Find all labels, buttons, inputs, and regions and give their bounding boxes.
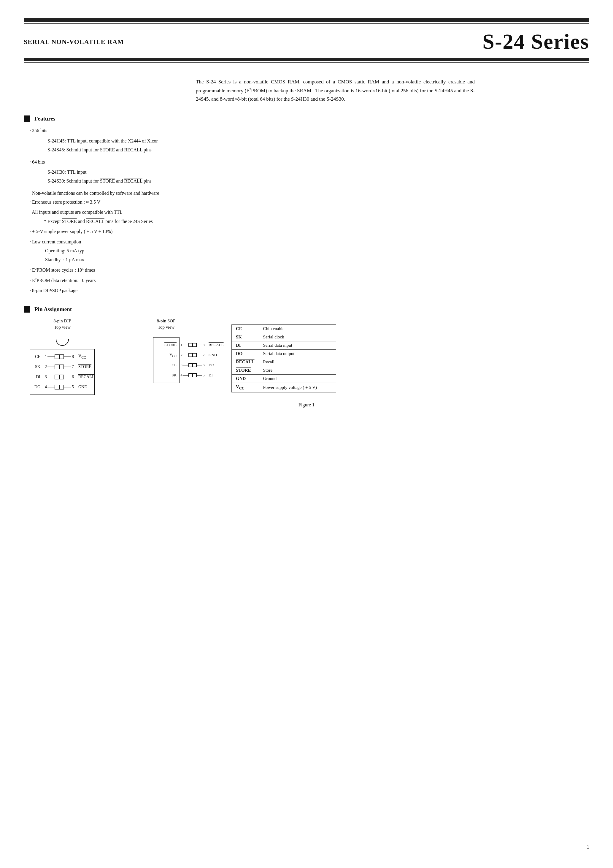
sop-title-2: Top view bbox=[158, 325, 175, 330]
table-row: VCC Power supply voltage ( + 5 V) bbox=[232, 383, 336, 392]
pin-icon bbox=[24, 306, 30, 313]
header: SERIAL NON-VOLATILE RAM S-24 Series bbox=[24, 24, 589, 58]
dip-pin-store-label: STORE bbox=[78, 364, 99, 369]
pin-do: DO bbox=[232, 349, 259, 358]
sop-sk-label: SK bbox=[153, 373, 176, 378]
pin-sk: SK bbox=[232, 333, 259, 341]
dip-pin-di-label: DI bbox=[30, 375, 40, 380]
pin-gnd: GND bbox=[232, 374, 259, 383]
table-row: DI Serial data input bbox=[232, 341, 336, 349]
header-bar-thick bbox=[24, 58, 589, 61]
desc-gnd: Ground bbox=[259, 374, 336, 383]
header-left-label: SERIAL NON-VOLATILE RAM bbox=[24, 38, 124, 46]
sop-vcc-label: VCC bbox=[153, 352, 176, 358]
sop-gnd-label: GND bbox=[209, 353, 232, 357]
table-row: CE Chip enable bbox=[232, 324, 336, 333]
sop-recall-label: RECALL bbox=[209, 343, 232, 347]
dip-title-2: Top view bbox=[54, 325, 71, 330]
dip-pin-sk-label: SK bbox=[30, 364, 40, 369]
dip-pin-gnd-label: GND bbox=[78, 385, 99, 389]
desc-ce: Chip enable bbox=[259, 324, 336, 333]
desc-recall: Recall bbox=[259, 358, 336, 366]
sop-do-label: DO bbox=[209, 363, 232, 367]
pin-table: CE Chip enable SK Serial clock DI Serial… bbox=[231, 324, 336, 392]
pin-recall: RECALL bbox=[232, 358, 259, 366]
feature-erroneous: · Erroneous store protection : ≈ 3.5 V bbox=[30, 198, 589, 207]
header-right-label: S-24 Series bbox=[483, 29, 589, 54]
sop-diagram: 8-pin SOP Top view STORE 1 8 RECA bbox=[119, 319, 214, 383]
dip-pin-recall-label: RECALL bbox=[78, 375, 99, 380]
table-row: STORE Store bbox=[232, 366, 336, 374]
features-icon bbox=[24, 115, 30, 122]
dip-pin-vcc-label: VCC bbox=[78, 354, 99, 360]
feature-256bits: · 256 bits bbox=[30, 126, 589, 135]
page-number: 1 bbox=[587, 844, 589, 850]
description: The S-24 Series is a non-volatile CMOS R… bbox=[196, 78, 475, 104]
feature-standby: Standby : 1 μA max. bbox=[42, 255, 589, 264]
feature-e2prom-cycles: · E2PROM store cycles : 105 times bbox=[30, 266, 589, 275]
pin-store: STORE bbox=[232, 366, 259, 374]
dip-row-3: DI 3 6 RECALL bbox=[30, 372, 94, 382]
sop-row-3: CE 3 6 DO bbox=[153, 360, 179, 370]
dip-row-1: CE 1 8 VCC bbox=[30, 352, 94, 362]
feature-ttl: · All inputs and outputs are compatible … bbox=[30, 208, 589, 217]
pin-assignment-heading: Pin Assignment bbox=[24, 306, 589, 313]
feature-s24h30: S-24H30: TTL input bbox=[48, 168, 589, 177]
desc-di: Serial data input bbox=[259, 341, 336, 349]
top-bar-thick bbox=[24, 18, 589, 22]
feature-s24s30: S-24S30: Schmitt input for STORE and REC… bbox=[48, 177, 589, 186]
desc-store: Store bbox=[259, 366, 336, 374]
feature-e2prom-retention: · E2PROM data retention: 10 years bbox=[30, 276, 589, 285]
figure-caption: Figure 1 bbox=[24, 402, 589, 408]
pin-vcc: VCC bbox=[232, 383, 259, 392]
pin-ce: CE bbox=[232, 324, 259, 333]
features-list: · 256 bits S-24H45: TTL input, compatibl… bbox=[30, 126, 589, 295]
table-row: GND Ground bbox=[232, 374, 336, 383]
sop-row-2: VCC 2 7 GND bbox=[153, 350, 179, 360]
header-bar-thin bbox=[24, 62, 589, 63]
feature-operating: Operating: 5 mA typ. bbox=[42, 246, 589, 255]
dip-pin-ce-label: CE bbox=[30, 355, 40, 359]
sop-title-1: 8-pin SOP bbox=[157, 319, 176, 324]
pin-assignment-content: 8-pin DIP Top view CE 1 8 bbox=[24, 319, 589, 395]
pin-table-container: CE Chip enable SK Serial clock DI Serial… bbox=[231, 321, 336, 392]
dip-pin-do-label: DO bbox=[30, 385, 40, 389]
sop-row-1: STORE 1 8 RECALL bbox=[153, 340, 179, 350]
sop-store-label: STORE bbox=[153, 343, 176, 347]
sop-row-4: SK 4 5 DI bbox=[153, 370, 179, 380]
table-row: RECALL Recall bbox=[232, 358, 336, 366]
feature-s24h45: S-24H45: TTL input, compatible with the … bbox=[48, 136, 589, 146]
feature-s24s45: S-24S45: Schmitt input for STORE and REC… bbox=[48, 146, 589, 154]
pin-di: DI bbox=[232, 341, 259, 349]
sop-di-label: DI bbox=[209, 373, 232, 378]
desc-vcc: Power supply voltage ( + 5 V) bbox=[259, 383, 336, 392]
desc-do: Serial data output bbox=[259, 349, 336, 358]
feature-nonvolatile: · Non-volatile functions can be controll… bbox=[30, 189, 589, 198]
dip-title-1: 8-pin DIP bbox=[53, 319, 71, 324]
feature-except: * Except STORE and RECALL pins for the S… bbox=[42, 217, 589, 226]
desc-sk: Serial clock bbox=[259, 333, 336, 341]
feature-lowcurrent: · Low current consumption bbox=[30, 237, 589, 246]
dip-row-2: SK 2 7 STORE bbox=[30, 362, 94, 372]
feature-power: · + 5-V single power supply ( + 5 V ± 10… bbox=[30, 227, 589, 236]
dip-box: CE 1 8 VCC SK 2 bbox=[30, 349, 95, 395]
table-row: SK Serial clock bbox=[232, 333, 336, 341]
sop-box: STORE 1 8 RECALL VCC bbox=[153, 337, 180, 383]
table-row: DO Serial data output bbox=[232, 349, 336, 358]
feature-package: · 8-pin DIP/SOP package bbox=[30, 286, 589, 295]
sop-ce-label: CE bbox=[153, 363, 176, 367]
dip-row-4: DO 4 5 GND bbox=[30, 382, 94, 392]
feature-64bits: · 64 bits bbox=[30, 158, 589, 167]
features-heading: Features bbox=[24, 115, 589, 122]
dip-diagram: 8-pin DIP Top view CE 1 8 bbox=[24, 319, 101, 395]
